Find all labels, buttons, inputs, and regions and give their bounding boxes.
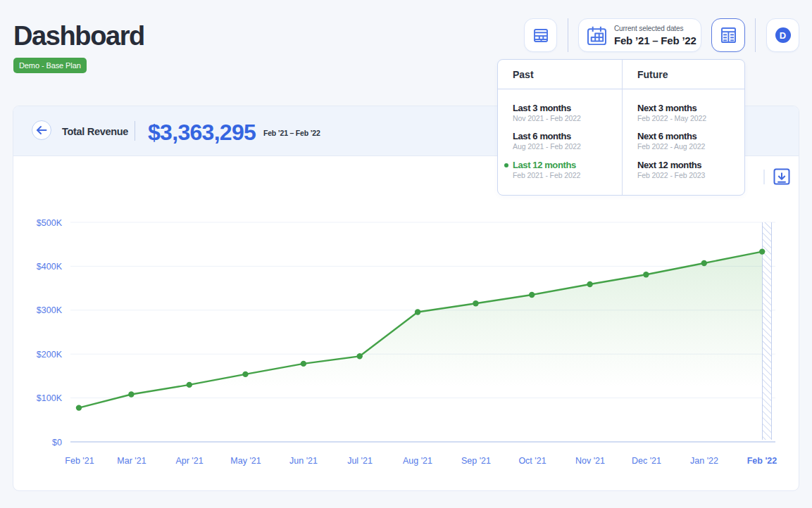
svg-text:$200K: $200K	[37, 350, 63, 360]
svg-text:May '21: May '21	[230, 456, 261, 466]
svg-text:Jan '22: Jan '22	[690, 456, 718, 466]
svg-text:Jul '21: Jul '21	[347, 456, 373, 466]
svg-text:Mar '21: Mar '21	[117, 456, 146, 466]
svg-text:Sep '21: Sep '21	[461, 456, 491, 466]
svg-text:Oct '21: Oct '21	[518, 456, 546, 466]
svg-text:Dec '21: Dec '21	[632, 456, 661, 466]
svg-text:$400K: $400K	[37, 262, 63, 272]
svg-text:Nov '21: Nov '21	[575, 456, 605, 466]
svg-text:$100K: $100K	[37, 393, 63, 403]
svg-text:Feb '21: Feb '21	[65, 456, 94, 466]
svg-text:Apr '21: Apr '21	[175, 456, 203, 466]
svg-text:$300K: $300K	[37, 305, 63, 315]
svg-text:$0: $0	[52, 438, 62, 447]
svg-text:Jun '21: Jun '21	[289, 456, 318, 466]
svg-text:$500K: $500K	[37, 218, 63, 228]
svg-text:Feb '22: Feb '22	[747, 456, 777, 466]
svg-text:Aug '21: Aug '21	[403, 456, 432, 466]
